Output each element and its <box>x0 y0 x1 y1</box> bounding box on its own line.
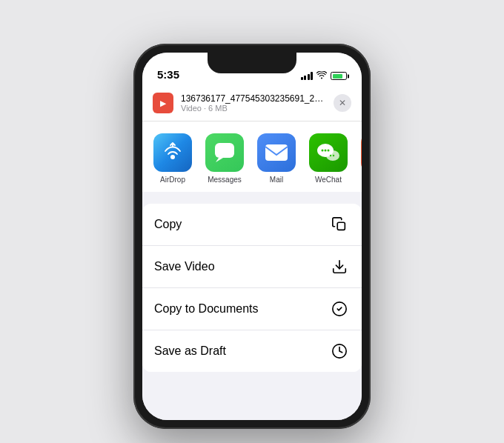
battery-icon <box>331 72 347 80</box>
save-video-action[interactable]: Save Video <box>142 246 362 288</box>
svg-point-11 <box>333 155 334 156</box>
draft-icon <box>329 341 350 362</box>
share-preview-bar: ▶ 136736177_477545303235691_2122... Vide… <box>142 85 362 121</box>
svg-rect-15 <box>337 222 345 230</box>
messages-icon <box>205 133 244 172</box>
copy-icon <box>329 214 350 235</box>
app-item-wechat[interactable]: WeChat <box>305 133 351 184</box>
status-icons <box>301 71 348 81</box>
share-file-size: Video · 6 MB <box>181 104 326 113</box>
mail-label: Mail <box>270 176 283 184</box>
wifi-icon <box>316 71 327 81</box>
airdrop-icon <box>153 133 192 172</box>
svg-rect-4 <box>265 144 288 161</box>
svg-rect-2 <box>215 143 234 158</box>
svg-marker-3 <box>216 158 223 162</box>
share-close-button[interactable]: ✕ <box>334 94 351 112</box>
wechat-label: WeChat <box>315 176 342 184</box>
copy-to-documents-label: Copy to Documents <box>154 302 259 316</box>
copy-action-label: Copy <box>154 218 182 231</box>
file-type-icon: ▶ <box>153 93 173 113</box>
status-bar: 5:35 <box>142 53 362 85</box>
phone-screen: 5:35 <box>142 53 362 420</box>
airdrop-label: AirDrop <box>160 176 185 184</box>
documents-icon <box>329 299 350 319</box>
screen-content: ▶ 136736177_477545303235691_2122... Vide… <box>142 85 362 420</box>
notch <box>208 53 296 73</box>
share-app-row: AirDrop Messages <box>142 121 362 192</box>
share-file-name: 136736177_477545303235691_2122... <box>181 93 326 104</box>
app-item-mail[interactable]: Mail <box>253 133 299 184</box>
save-video-icon <box>329 256 350 277</box>
messages-label: Messages <box>208 176 242 184</box>
status-time: 5:35 <box>157 68 179 81</box>
section-divider <box>142 192 362 198</box>
svg-point-9 <box>328 150 330 152</box>
copy-action[interactable]: Copy <box>142 204 362 246</box>
app-item-messages[interactable]: Messages <box>202 133 248 184</box>
svg-point-7 <box>322 150 324 152</box>
save-as-draft-action[interactable]: Save as Draft <box>142 330 362 372</box>
more-icon <box>361 133 362 172</box>
app-item-airdrop[interactable]: AirDrop <box>150 133 196 184</box>
phone-frame: 5:35 <box>133 44 371 429</box>
copy-to-documents-action[interactable]: Copy to Documents <box>142 288 362 330</box>
save-as-draft-label: Save as Draft <box>154 344 226 358</box>
bottom-spacer <box>142 372 362 378</box>
app-item-more[interactable] <box>357 133 362 184</box>
action-list: Copy Save Video <box>142 204 362 372</box>
svg-point-10 <box>330 155 331 156</box>
svg-point-8 <box>325 150 327 152</box>
wechat-icon <box>309 133 348 172</box>
mail-icon <box>257 133 296 172</box>
svg-point-0 <box>170 155 175 159</box>
close-icon: ✕ <box>339 99 346 107</box>
save-video-label: Save Video <box>154 260 215 273</box>
signal-bars-icon <box>301 72 314 80</box>
share-file-info: 136736177_477545303235691_2122... Video … <box>181 93 326 113</box>
